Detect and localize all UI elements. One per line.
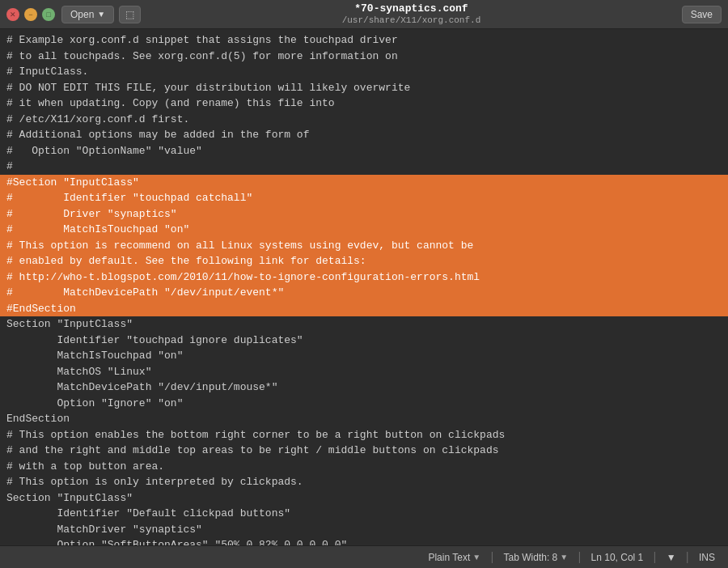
editor-line: EndSection xyxy=(0,411,728,427)
editor-line: # This option is recommend on all Linux … xyxy=(0,238,728,254)
editor-line: # InputClass. xyxy=(0,64,728,80)
editor-line: # DO NOT EDIT THIS FILE, your distributi… xyxy=(0,80,728,96)
editor-line: # Option "OptionName" "value" xyxy=(0,143,728,159)
editor-line: #EndSection xyxy=(0,301,728,317)
titlebar: ✕ − □ Open ▼ ⬚ *70-synaptics.conf /usr/s… xyxy=(0,0,728,29)
mode-label: INS xyxy=(699,552,715,563)
window-title: *70-synaptics.conf xyxy=(141,2,681,15)
editor-line: # to all touchpads. See xorg.conf.d(5) f… xyxy=(0,49,728,65)
editor-line: MatchDriver "synaptics" xyxy=(0,522,728,538)
editor-line: #Section "InputClass" xyxy=(0,175,728,191)
editor-line: Option "Ignore" "on" xyxy=(0,396,728,412)
editor-line: # it when updating. Copy (and rename) th… xyxy=(0,95,728,112)
editor-line: # http://who-t.blogspot.com/2010/11/how-… xyxy=(0,269,728,286)
statusbar: Plain Text ▼ | Tab Width: 8 ▼ | Ln 10, C… xyxy=(0,545,728,568)
editor-line: Section "InputClass" xyxy=(0,316,728,333)
tabwidth-label: Tab Width: 8 xyxy=(504,552,558,563)
editor-line: # enabled by default. See the following … xyxy=(0,253,728,269)
editor-line: # Identifier "touchpad catchall" xyxy=(0,190,728,206)
tabwidth-selector[interactable]: Tab Width: 8 ▼ xyxy=(499,550,574,565)
editor-line: # Example xorg.conf.d snippet that assig… xyxy=(0,32,728,49)
editor-line: # Driver "synaptics" xyxy=(0,206,728,223)
filetype-label: Plain Text xyxy=(428,552,470,563)
editor-line: # MatchDevicePath "/dev/input/event*" xyxy=(0,285,728,301)
toolbar-icon-button[interactable]: ⬚ xyxy=(119,6,141,23)
editor-line: Option "SoftButtonAreas" "50% 0 82% 0 0 … xyxy=(0,537,728,545)
status-separator-3: | xyxy=(651,551,658,564)
status-separator-1: | xyxy=(489,551,495,564)
status-separator-2: | xyxy=(576,551,582,564)
editor-line: MatchIsTouchpad "on" xyxy=(0,348,728,364)
editor-line: Section "InputClass" xyxy=(0,490,728,507)
editor-line: # MatchIsTouchpad "on" xyxy=(0,222,728,238)
editor-line: # This option enables the bottom right c… xyxy=(0,427,728,443)
open-label: Open xyxy=(70,9,94,20)
editor-area[interactable]: # Example xorg.conf.d snippet that assig… xyxy=(0,29,728,545)
minimize-button[interactable]: − xyxy=(24,8,37,21)
editor-line: Identifier "touchpad ignore duplicates" xyxy=(0,333,728,349)
mode-indicator: INS xyxy=(694,550,720,565)
window-subtitle: /usr/share/X11/xorg.conf.d xyxy=(141,15,681,26)
editor-line: # with a top button area. xyxy=(0,459,728,475)
position-label: Ln 10, Col 1 xyxy=(591,552,644,563)
open-button[interactable]: Open ▼ xyxy=(61,6,114,23)
open-dropdown-arrow: ▼ xyxy=(97,10,105,19)
filetype-arrow: ▼ xyxy=(472,553,480,562)
status-down-arrow: ▼ xyxy=(667,552,676,563)
editor-line: MatchOS "Linux" xyxy=(0,364,728,380)
maximize-button[interactable]: □ xyxy=(42,8,55,21)
editor-line: # This option is only interpreted by cli… xyxy=(0,474,728,490)
tabwidth-arrow: ▼ xyxy=(560,553,568,562)
editor-line: # /etc/X11/xorg.conf.d first. xyxy=(0,112,728,128)
save-button[interactable]: Save xyxy=(682,6,722,23)
status-separator-4: | xyxy=(684,551,691,564)
status-arrow-btn[interactable]: ▼ xyxy=(662,550,681,565)
editor-line: MatchDevicePath "/dev/input/mouse*" xyxy=(0,379,728,396)
editor-line: # xyxy=(0,159,728,175)
editor-line: # Additional options may be added in the… xyxy=(0,127,728,143)
filetype-selector[interactable]: Plain Text ▼ xyxy=(423,550,485,565)
title-center: *70-synaptics.conf /usr/share/X11/xorg.c… xyxy=(141,2,681,26)
editor-line: # and the right and middle top areas to … xyxy=(0,443,728,459)
editor-line: Identifier "Default clickpad buttons" xyxy=(0,506,728,522)
position-indicator: Ln 10, Col 1 xyxy=(586,550,649,565)
close-button[interactable]: ✕ xyxy=(6,8,19,21)
window-controls: ✕ − □ xyxy=(6,8,55,21)
